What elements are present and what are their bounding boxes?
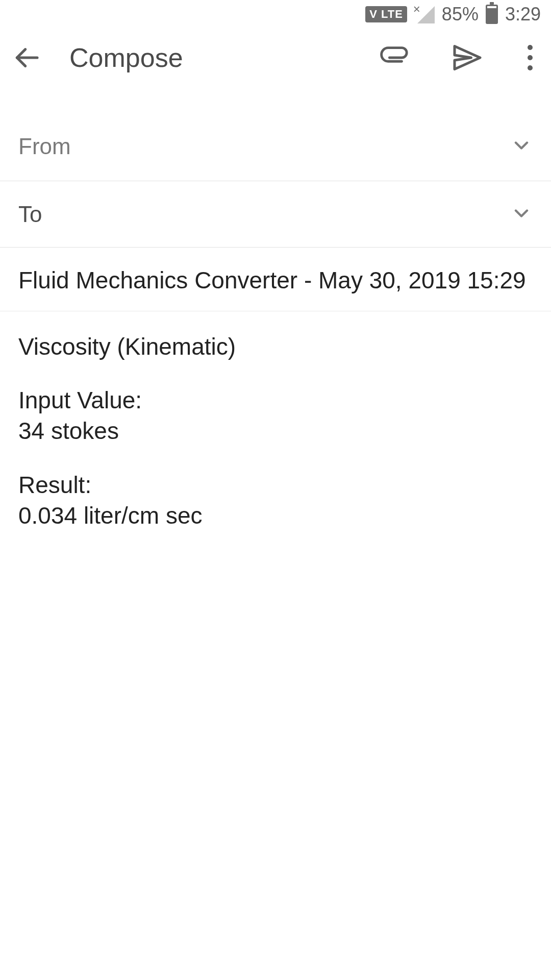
more-vert-icon: [521, 45, 539, 70]
body-input-label: Input Value:: [18, 385, 533, 416]
subject-text: Fluid Mechanics Converter - May 30, 2019…: [18, 266, 533, 296]
to-label: To: [18, 202, 42, 227]
from-field[interactable]: From: [0, 112, 551, 181]
body-field[interactable]: Viscosity (Kinematic) Input Value: 34 st…: [0, 311, 551, 552]
body-result-value: 0.034 liter/cm sec: [18, 501, 533, 531]
battery-icon: [486, 5, 498, 24]
clock: 3:29: [505, 4, 541, 25]
to-field[interactable]: To: [0, 181, 551, 248]
arrow-left-icon: [12, 43, 41, 72]
volte-badge: V LTE: [365, 6, 407, 22]
status-bar: V LTE × 85% 3:29: [0, 0, 551, 28]
attach-button[interactable]: [380, 43, 409, 72]
body-input-value: 34 stokes: [18, 416, 533, 447]
overflow-menu-button[interactable]: [521, 45, 539, 70]
svg-marker-1: [455, 46, 480, 69]
send-button[interactable]: [452, 42, 483, 73]
battery-fill: [487, 8, 496, 22]
chevron-down-icon: [510, 202, 533, 227]
back-button[interactable]: [12, 43, 41, 72]
subject-field[interactable]: Fluid Mechanics Converter - May 30, 2019…: [0, 248, 551, 311]
battery-percentage: 85%: [442, 4, 479, 25]
page-title: Compose: [69, 42, 351, 73]
body-heading: Viscosity (Kinematic): [18, 332, 533, 362]
chevron-down-icon: [510, 134, 533, 159]
app-bar: Compose: [0, 28, 551, 87]
paperclip-icon: [380, 43, 409, 72]
signal-icon: ×: [414, 5, 435, 23]
send-icon: [452, 42, 483, 73]
from-label: From: [18, 134, 71, 159]
body-result-label: Result:: [18, 470, 533, 501]
